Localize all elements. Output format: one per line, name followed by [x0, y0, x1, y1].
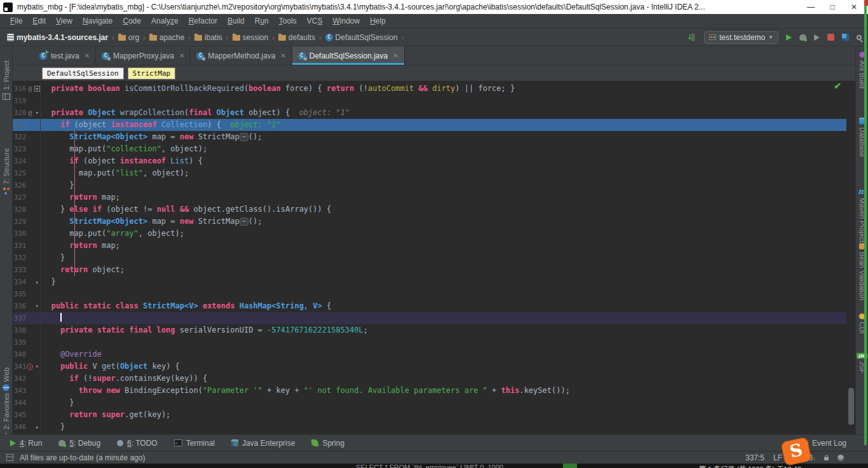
- code-line-332[interactable]: 332 }: [13, 252, 846, 264]
- breadcrumb-item-mybatis-3-4-1-sources-jar[interactable]: mybatis-3.4.1-sources.jar: [6, 32, 109, 43]
- code-text[interactable]: return map;: [41, 240, 846, 252]
- line-number[interactable]: 343: [13, 385, 27, 397]
- breadcrumb-item-org[interactable]: org: [118, 32, 140, 43]
- line-number[interactable]: 334: [13, 276, 27, 288]
- code-text[interactable]: return map;: [41, 191, 846, 203]
- menu-item-run[interactable]: Run: [250, 15, 274, 27]
- code-line-345[interactable]: 345 return super.get(key);: [13, 409, 846, 421]
- code-text[interactable]: @Override: [41, 348, 846, 361]
- code-text[interactable]: map.put("array", object);: [41, 228, 846, 240]
- code-line-333[interactable]: 333 return object;: [13, 264, 846, 276]
- menu-item-window[interactable]: Window: [327, 15, 365, 27]
- code-text[interactable]: private boolean isCommitOrRollbackRequir…: [41, 83, 846, 95]
- code-text[interactable]: return super.get(key);: [41, 409, 846, 421]
- inspections-ok-icon[interactable]: ✔: [834, 81, 841, 91]
- line-number[interactable]: 333: [13, 264, 27, 276]
- tab-mapperproxy-java[interactable]: MapperProxy.java✕: [96, 46, 191, 65]
- code-line-346[interactable]: 346▴ }: [13, 421, 846, 433]
- code-line-343[interactable]: 343 throw new BindingException("Paramete…: [13, 385, 846, 397]
- crumb-tag-defaultsqlsession[interactable]: DefaultSqlSession: [42, 67, 124, 79]
- line-number[interactable]: 321: [13, 119, 27, 131]
- code-line-337[interactable]: 337: [13, 312, 846, 324]
- code-text[interactable]: }: [41, 276, 846, 288]
- minimize-button[interactable]: —: [800, 3, 822, 11]
- code-line-322[interactable]: 322 StrictMap<Object> map = new StrictMa…: [13, 131, 846, 143]
- tool-button-web[interactable]: Web: [0, 368, 12, 391]
- code-line-341[interactable]: 341↑▾ public V get(Object key) {: [13, 361, 846, 373]
- breadcrumb-item-session[interactable]: session: [232, 32, 269, 43]
- code-line-324[interactable]: 324 if (object instanceof List) {: [13, 155, 846, 167]
- code-text[interactable]: map.put("collection", object);: [41, 143, 846, 155]
- code-line-342[interactable]: 342 if (!super.containsKey(key)) {: [13, 373, 846, 385]
- tool-button-terminal[interactable]: Terminal: [174, 439, 215, 448]
- code-text[interactable]: [41, 288, 846, 300]
- fold-expand-icon[interactable]: +: [34, 86, 40, 92]
- code-text[interactable]: }: [41, 179, 846, 191]
- code-text[interactable]: }: [41, 421, 846, 433]
- line-number[interactable]: 338: [13, 324, 27, 336]
- debug-button[interactable]: [799, 34, 806, 41]
- fold-marker[interactable]: ▴: [34, 276, 40, 288]
- line-number[interactable]: 340: [13, 348, 27, 361]
- tool-button-spring[interactable]: Spring: [311, 439, 344, 448]
- tab-close-icon[interactable]: ✕: [393, 52, 398, 59]
- run-button[interactable]: [786, 34, 792, 41]
- line-number[interactable]: 324: [13, 155, 27, 167]
- line-number[interactable]: 342: [13, 373, 27, 385]
- tool-button-1-project[interactable]: 1: Project: [0, 60, 12, 101]
- breadcrumb-item-defaults[interactable]: defaults: [278, 32, 316, 43]
- code-editor[interactable]: 316@+ private boolean isCommitOrRollback…: [13, 81, 855, 434]
- code-text[interactable]: if (object instanceof Collection) { obje…: [41, 119, 846, 131]
- code-text[interactable]: public static class StrictMap<V> extends…: [41, 300, 846, 312]
- menu-item-file[interactable]: File: [5, 15, 27, 27]
- line-number[interactable]: 330: [13, 228, 27, 240]
- breadcrumb-item-defaultsqlsession[interactable]: DefaultSqlSession: [325, 32, 398, 43]
- fold-marker[interactable]: ▾: [34, 361, 40, 373]
- code-text[interactable]: private static final long serialVersionU…: [41, 324, 846, 336]
- code-line-336[interactable]: 336▾ public static class StrictMap<V> ex…: [13, 300, 846, 312]
- code-text[interactable]: StrictMap<Object> map = new StrictMap~()…: [41, 216, 846, 228]
- line-number[interactable]: 335: [13, 288, 27, 300]
- menu-item-code[interactable]: Code: [118, 15, 146, 27]
- code-text[interactable]: [41, 312, 846, 324]
- code-text[interactable]: if (object instanceof List) {: [41, 155, 846, 167]
- line-number[interactable]: 341: [13, 361, 27, 373]
- line-number[interactable]: 327: [13, 191, 27, 203]
- code-line-326[interactable]: 326 }: [13, 179, 846, 191]
- code-text[interactable]: [41, 336, 846, 348]
- maximize-button[interactable]: □: [822, 3, 843, 11]
- fold-marker[interactable]: +: [34, 83, 40, 95]
- line-number[interactable]: 332: [13, 252, 27, 264]
- line-number[interactable]: 326: [13, 179, 27, 191]
- line-number[interactable]: 319: [13, 95, 27, 107]
- line-number[interactable]: 325: [13, 167, 27, 179]
- editor-scrollbar[interactable]: [848, 388, 854, 425]
- crumb-tag-strictmap[interactable]: StrictMap: [128, 67, 176, 79]
- tab-close-icon[interactable]: ✕: [280, 52, 285, 59]
- code-line-344[interactable]: 344 }: [13, 397, 846, 409]
- tool-button-2-favorites[interactable]: 2: Favorites: [0, 393, 12, 439]
- coverage-button[interactable]: [814, 34, 820, 41]
- folded-diamond[interactable]: ~: [240, 217, 248, 226]
- code-text[interactable]: return object;: [41, 264, 846, 276]
- fold-marker[interactable]: ▾: [34, 107, 40, 119]
- menu-item-refactor[interactable]: Refactor: [184, 15, 222, 27]
- restore-layout-icon[interactable]: [842, 34, 849, 41]
- code-text[interactable]: }: [41, 252, 846, 264]
- menu-item-navigate[interactable]: Navigate: [78, 15, 118, 27]
- code-text[interactable]: StrictMap<Object> map = new StrictMap~()…: [41, 131, 846, 143]
- code-line-320[interactable]: 320@▾ private Object wrapCollection(fina…: [13, 107, 846, 119]
- run-configuration-select[interactable]: test.testdemo ▼: [704, 31, 778, 44]
- menu-item-analyze[interactable]: Analyze: [146, 15, 184, 27]
- update-project-icon[interactable]: [687, 33, 696, 41]
- fold-marker[interactable]: ▾: [34, 300, 40, 312]
- fold-marker[interactable]: ▴: [34, 421, 40, 433]
- code-line-340[interactable]: 340 @Override: [13, 348, 846, 361]
- code-line-319[interactable]: 319: [13, 95, 846, 107]
- code-line-334[interactable]: 334▴ }: [13, 276, 846, 288]
- code-text[interactable]: throw new BindingException("Parameter '"…: [41, 385, 846, 397]
- line-number[interactable]: 344: [13, 397, 27, 409]
- line-number[interactable]: 331: [13, 240, 27, 252]
- tab-close-icon[interactable]: ✕: [85, 52, 90, 59]
- override-method-icon[interactable]: ↑: [27, 364, 33, 370]
